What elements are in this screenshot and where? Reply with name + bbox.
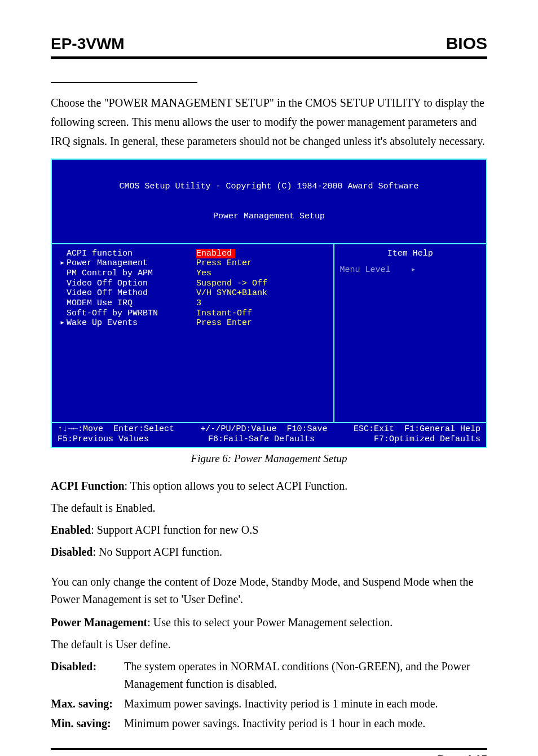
def-body: Minimum power savings. Inactivity period… [124,715,487,732]
footer-optimized: F7:Optimized Defaults [374,434,480,445]
bios-row-video-off-option[interactable]: Video Off Option Suspend -> Off [60,279,329,289]
pm-desc: : Use this to select your Power Manageme… [147,616,393,628]
bios-screen: CMOS Setup Utility - Copyright (C) 1984-… [51,159,487,448]
acpi-disabled-line: Disabled: No Support ACPI function. [51,543,487,561]
footer-failsafe: F6:Fail-Safe Defaults [208,434,315,445]
row-value[interactable]: Yes [196,269,211,279]
row-marker [60,288,67,298]
def-term: Disabled: [51,658,124,693]
row-label: ACPI function [67,249,196,259]
footer-prev-values: F5:Previous Values [58,434,149,445]
row-marker: ▸ [60,318,67,328]
row-marker [60,309,67,319]
def-term: Max. saving: [51,695,124,713]
row-marker: ▸ [60,258,67,269]
bios-row-acpi[interactable]: ACPI function Enabled [60,249,329,259]
header-section: BIOS [446,34,487,53]
row-marker [60,269,67,279]
row-value[interactable]: Instant-Off [196,309,252,319]
pm-heading: Power Management: Use this to select you… [51,614,487,631]
row-marker [60,298,67,309]
page-number: Page 4-15 [51,753,487,757]
row-label: Video Off Option [67,279,196,289]
def-body: The system operates in NORMAL conditions… [124,658,487,693]
bios-help-panel: Item Help Menu Level ▸ [334,244,487,422]
section-title-underline [51,76,197,83]
menu-level: Menu Level ▸ [340,265,481,275]
row-label: Soft-Off by PWRBTN [67,309,196,319]
acpi-desc: : This option allows you to select ACPI … [125,480,348,492]
pm-def-disabled: Disabled: The system operates in NORMAL … [51,658,487,693]
row-value[interactable]: Enabled [196,249,235,259]
row-label: Wake Up Events [67,318,196,328]
row-label: Power Management [67,258,196,269]
footer-exit-help: ESC:Exit F1:General Help [354,424,480,434]
row-value[interactable]: Press Enter [196,258,252,269]
item-help-title: Item Help [340,249,481,259]
bios-row-pm-control[interactable]: PM Control by APM Yes [60,269,329,279]
header-model: EP-3VWM [51,35,125,53]
footer-value-save: +/-/PU/PD:Value F10:Save [200,424,327,434]
enabled-label: Enabled [51,524,91,536]
def-body: Maximum power savings. Inactivity period… [124,695,487,713]
acpi-default: The default is Enabled. [51,499,487,517]
disabled-label: Disabled [51,546,92,558]
row-value[interactable]: Suspend -> Off [196,279,267,289]
acpi-label: ACPI Function [51,480,125,492]
bios-row-wake-up[interactable]: ▸ Wake Up Events Press Enter [60,318,329,328]
row-label: PM Control by APM [67,269,196,279]
pm-default: The default is User define. [51,636,487,653]
row-label: MODEM Use IRQ [67,298,196,309]
bios-settings-panel: ACPI function Enabled ▸ Power Management… [52,244,334,422]
intro-paragraph: Choose the "POWER MANAGEMENT SETUP" in t… [51,93,487,151]
bios-row-modem-irq[interactable]: MODEM Use IRQ 3 [60,298,329,309]
bios-row-soft-off[interactable]: Soft-Off by PWRBTN Instant-Off [60,309,329,319]
footer-move-select: ↑↓→←:Move Enter:Select [58,424,174,434]
row-label: Video Off Method [67,288,196,298]
bios-title-line2: Power Management Setup [52,212,486,222]
user-define-note: You can only change the content of Doze … [51,573,487,608]
disabled-desc: : No Support ACPI function. [92,546,222,558]
row-value[interactable]: Press Enter [196,318,252,328]
bios-title-line1: CMOS Setup Utility - Copyright (C) 1984-… [52,182,486,192]
enabled-desc: : Support ACPI function for new O.S [91,524,258,536]
row-marker [60,279,67,289]
acpi-enabled-line: Enabled: Support ACPI function for new O… [51,521,487,539]
row-value[interactable]: 3 [196,298,201,309]
def-term: Min. saving: [51,715,124,732]
page-header: EP-3VWM BIOS [51,34,487,53]
row-value[interactable]: V/H SYNC+Blank [196,288,267,298]
bios-row-power-management[interactable]: ▸ Power Management Press Enter [60,258,329,269]
acpi-function-heading: ACPI Function: This option allows you to… [51,477,487,495]
pm-def-max-saving: Max. saving: Maximum power savings. Inac… [51,695,487,713]
figure-caption: Figure 6: Power Management Setup [51,452,487,465]
pm-def-min-saving: Min. saving: Minimum power savings. Inac… [51,715,487,732]
footer-rule [51,748,487,750]
bios-row-video-off-method[interactable]: Video Off Method V/H SYNC+Blank [60,288,329,298]
pm-label: Power Management [51,616,147,628]
header-rule [51,56,487,59]
row-marker [60,249,67,259]
bios-footer: ↑↓→←:Move Enter:Select +/-/PU/PD:Value F… [52,423,486,447]
bios-title: CMOS Setup Utility - Copyright (C) 1984-… [52,160,486,243]
